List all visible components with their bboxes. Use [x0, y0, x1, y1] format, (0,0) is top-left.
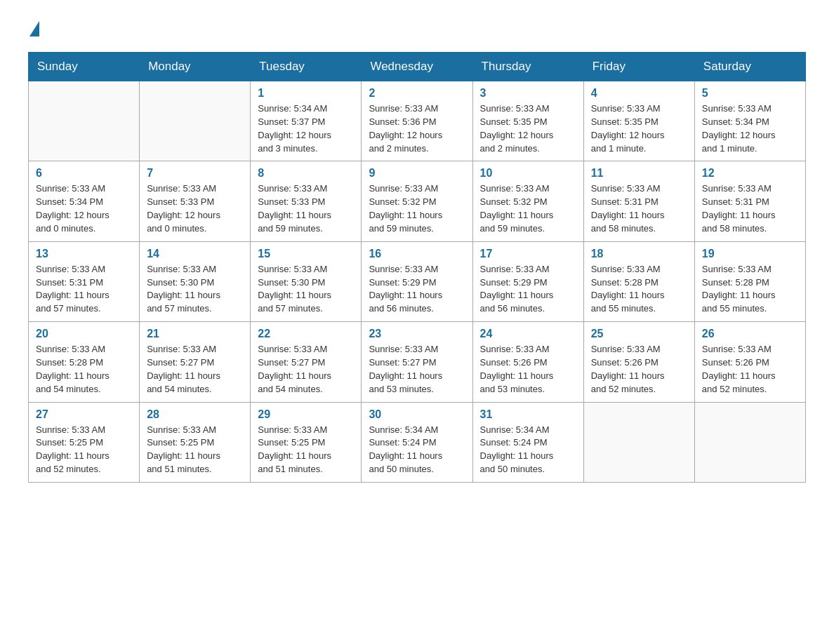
- week-row-4: 20Sunrise: 5:33 AM Sunset: 5:28 PM Dayli…: [29, 322, 806, 402]
- day-info: Sunrise: 5:34 AM Sunset: 5:37 PM Dayligh…: [258, 102, 354, 155]
- day-number: 20: [36, 328, 132, 340]
- day-info: Sunrise: 5:33 AM Sunset: 5:26 PM Dayligh…: [591, 343, 687, 396]
- day-info: Sunrise: 5:33 AM Sunset: 5:30 PM Dayligh…: [147, 263, 243, 316]
- week-row-3: 13Sunrise: 5:33 AM Sunset: 5:31 PM Dayli…: [29, 241, 806, 321]
- calendar-cell: 13Sunrise: 5:33 AM Sunset: 5:31 PM Dayli…: [29, 241, 140, 321]
- calendar-cell: 7Sunrise: 5:33 AM Sunset: 5:33 PM Daylig…: [140, 161, 251, 241]
- day-info: Sunrise: 5:33 AM Sunset: 5:29 PM Dayligh…: [369, 263, 465, 316]
- day-header-thursday: Thursday: [472, 53, 583, 81]
- calendar-cell: 22Sunrise: 5:33 AM Sunset: 5:27 PM Dayli…: [251, 322, 362, 402]
- calendar-cell: 30Sunrise: 5:34 AM Sunset: 5:24 PM Dayli…: [362, 402, 472, 482]
- calendar-cell: 14Sunrise: 5:33 AM Sunset: 5:30 PM Dayli…: [140, 241, 251, 321]
- calendar-cell: 27Sunrise: 5:33 AM Sunset: 5:25 PM Dayli…: [29, 402, 140, 482]
- day-info: Sunrise: 5:33 AM Sunset: 5:30 PM Dayligh…: [258, 263, 354, 316]
- day-info: Sunrise: 5:33 AM Sunset: 5:28 PM Dayligh…: [591, 263, 687, 316]
- day-info: Sunrise: 5:33 AM Sunset: 5:25 PM Dayligh…: [258, 424, 354, 476]
- week-row-1: 1Sunrise: 5:34 AM Sunset: 5:37 PM Daylig…: [29, 81, 806, 161]
- day-number: 16: [369, 248, 465, 260]
- day-info: Sunrise: 5:33 AM Sunset: 5:33 PM Dayligh…: [258, 182, 354, 235]
- calendar-cell: 9Sunrise: 5:33 AM Sunset: 5:32 PM Daylig…: [362, 161, 472, 241]
- day-number: 8: [258, 167, 354, 180]
- day-info: Sunrise: 5:33 AM Sunset: 5:36 PM Dayligh…: [369, 102, 465, 155]
- calendar-cell: 8Sunrise: 5:33 AM Sunset: 5:33 PM Daylig…: [251, 161, 362, 241]
- day-info: Sunrise: 5:33 AM Sunset: 5:26 PM Dayligh…: [480, 343, 576, 396]
- day-number: 6: [36, 167, 132, 180]
- day-number: 29: [258, 408, 354, 421]
- calendar-cell: 17Sunrise: 5:33 AM Sunset: 5:29 PM Dayli…: [472, 241, 583, 321]
- calendar-cell: 29Sunrise: 5:33 AM Sunset: 5:25 PM Dayli…: [251, 402, 362, 482]
- calendar-cell: 23Sunrise: 5:33 AM Sunset: 5:27 PM Dayli…: [362, 322, 472, 402]
- day-header-sunday: Sunday: [29, 53, 140, 81]
- day-number: 2: [369, 87, 465, 100]
- calendar-cell: 11Sunrise: 5:33 AM Sunset: 5:31 PM Dayli…: [583, 161, 694, 241]
- days-header-row: SundayMondayTuesdayWednesdayThursdayFrid…: [29, 53, 806, 81]
- day-info: Sunrise: 5:33 AM Sunset: 5:34 PM Dayligh…: [702, 102, 798, 155]
- day-info: Sunrise: 5:33 AM Sunset: 5:28 PM Dayligh…: [36, 343, 132, 396]
- week-row-5: 27Sunrise: 5:33 AM Sunset: 5:25 PM Dayli…: [29, 402, 806, 482]
- day-number: 12: [702, 167, 798, 180]
- calendar-cell: [140, 81, 251, 161]
- day-number: 24: [480, 328, 576, 340]
- day-info: Sunrise: 5:34 AM Sunset: 5:24 PM Dayligh…: [480, 424, 576, 476]
- day-info: Sunrise: 5:33 AM Sunset: 5:31 PM Dayligh…: [591, 182, 687, 235]
- day-number: 30: [369, 408, 465, 421]
- logo-triangle-icon: [29, 21, 39, 36]
- day-number: 5: [702, 87, 798, 100]
- week-row-2: 6Sunrise: 5:33 AM Sunset: 5:34 PM Daylig…: [29, 161, 806, 241]
- calendar-cell: 2Sunrise: 5:33 AM Sunset: 5:36 PM Daylig…: [362, 81, 472, 161]
- calendar-cell: 1Sunrise: 5:34 AM Sunset: 5:37 PM Daylig…: [251, 81, 362, 161]
- page-header: [28, 21, 806, 38]
- day-number: 10: [480, 167, 576, 180]
- day-info: Sunrise: 5:33 AM Sunset: 5:31 PM Dayligh…: [36, 263, 132, 316]
- day-info: Sunrise: 5:33 AM Sunset: 5:25 PM Dayligh…: [36, 424, 132, 476]
- calendar-cell: 19Sunrise: 5:33 AM Sunset: 5:28 PM Dayli…: [694, 241, 805, 321]
- day-number: 31: [480, 408, 576, 421]
- day-number: 11: [591, 167, 687, 180]
- day-number: 18: [591, 248, 687, 260]
- day-header-wednesday: Wednesday: [362, 53, 472, 81]
- day-info: Sunrise: 5:33 AM Sunset: 5:26 PM Dayligh…: [702, 343, 798, 396]
- calendar-cell: [29, 81, 140, 161]
- day-number: 17: [480, 248, 576, 260]
- day-info: Sunrise: 5:33 AM Sunset: 5:28 PM Dayligh…: [702, 263, 798, 316]
- calendar-cell: 21Sunrise: 5:33 AM Sunset: 5:27 PM Dayli…: [140, 322, 251, 402]
- calendar-cell: 6Sunrise: 5:33 AM Sunset: 5:34 PM Daylig…: [29, 161, 140, 241]
- day-number: 13: [36, 248, 132, 260]
- day-info: Sunrise: 5:33 AM Sunset: 5:33 PM Dayligh…: [147, 182, 243, 235]
- calendar-cell: [583, 402, 694, 482]
- day-number: 25: [591, 328, 687, 340]
- calendar-cell: 24Sunrise: 5:33 AM Sunset: 5:26 PM Dayli…: [472, 322, 583, 402]
- day-info: Sunrise: 5:33 AM Sunset: 5:27 PM Dayligh…: [369, 343, 465, 396]
- day-info: Sunrise: 5:33 AM Sunset: 5:35 PM Dayligh…: [591, 102, 687, 155]
- day-info: Sunrise: 5:33 AM Sunset: 5:29 PM Dayligh…: [480, 263, 576, 316]
- day-number: 27: [36, 408, 132, 421]
- day-number: 15: [258, 248, 354, 260]
- calendar-cell: 28Sunrise: 5:33 AM Sunset: 5:25 PM Dayli…: [140, 402, 251, 482]
- day-number: 19: [702, 248, 798, 260]
- calendar-cell: 10Sunrise: 5:33 AM Sunset: 5:32 PM Dayli…: [472, 161, 583, 241]
- day-header-monday: Monday: [140, 53, 251, 81]
- day-number: 23: [369, 328, 465, 340]
- calendar-table: SundayMondayTuesdayWednesdayThursdayFrid…: [28, 52, 806, 483]
- logo-text: [28, 21, 41, 36]
- calendar-cell: 26Sunrise: 5:33 AM Sunset: 5:26 PM Dayli…: [694, 322, 805, 402]
- calendar-cell: 16Sunrise: 5:33 AM Sunset: 5:29 PM Dayli…: [362, 241, 472, 321]
- calendar-cell: 3Sunrise: 5:33 AM Sunset: 5:35 PM Daylig…: [472, 81, 583, 161]
- logo: [28, 21, 41, 38]
- day-number: 9: [369, 167, 465, 180]
- calendar-cell: 20Sunrise: 5:33 AM Sunset: 5:28 PM Dayli…: [29, 322, 140, 402]
- day-info: Sunrise: 5:33 AM Sunset: 5:35 PM Dayligh…: [480, 102, 576, 155]
- day-number: 7: [147, 167, 243, 180]
- calendar-cell: 18Sunrise: 5:33 AM Sunset: 5:28 PM Dayli…: [583, 241, 694, 321]
- day-header-friday: Friday: [583, 53, 694, 81]
- calendar-cell: [694, 402, 805, 482]
- calendar-cell: 5Sunrise: 5:33 AM Sunset: 5:34 PM Daylig…: [694, 81, 805, 161]
- day-number: 21: [147, 328, 243, 340]
- calendar-cell: 4Sunrise: 5:33 AM Sunset: 5:35 PM Daylig…: [583, 81, 694, 161]
- calendar-cell: 15Sunrise: 5:33 AM Sunset: 5:30 PM Dayli…: [251, 241, 362, 321]
- day-number: 1: [258, 87, 354, 100]
- day-info: Sunrise: 5:34 AM Sunset: 5:24 PM Dayligh…: [369, 424, 465, 476]
- day-info: Sunrise: 5:33 AM Sunset: 5:27 PM Dayligh…: [258, 343, 354, 396]
- day-info: Sunrise: 5:33 AM Sunset: 5:25 PM Dayligh…: [147, 424, 243, 476]
- day-info: Sunrise: 5:33 AM Sunset: 5:32 PM Dayligh…: [369, 182, 465, 235]
